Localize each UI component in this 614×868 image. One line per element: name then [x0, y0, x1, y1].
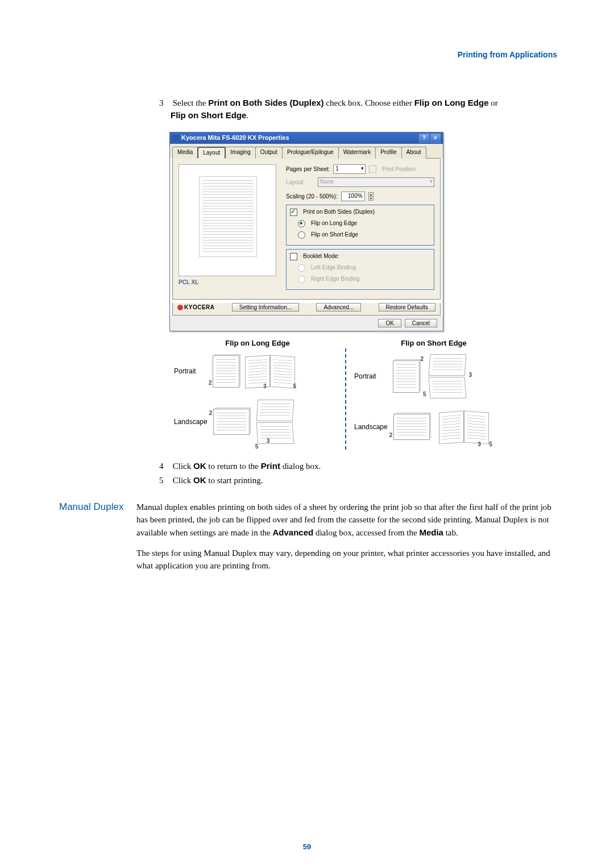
tab-profile[interactable]: Profile [375, 147, 401, 159]
page-number: 59 [0, 842, 614, 851]
md-bold-advanced: Advanced [273, 528, 314, 537]
left-binding-radio [298, 264, 305, 272]
scaling-input[interactable]: 100% [341, 192, 365, 201]
tab-prologue[interactable]: Prologue/Epilogue [282, 147, 339, 159]
fig-portrait-long-open: 3 5 [245, 354, 295, 388]
fig-label-landscape-long: Landscape [174, 417, 208, 427]
layout-select: None [318, 177, 434, 187]
fig-header-long: Flip on Long Edge [169, 338, 346, 348]
manual-duplex-body: Manual duplex enables printing on both s… [136, 501, 557, 572]
fig-landscape-long-open: 3 5 [255, 400, 295, 444]
md-p1b: dialog box, accessed from the [313, 528, 419, 537]
flip-long-label: Flip on Long Edge [311, 219, 357, 227]
step-4-a: Click [173, 462, 193, 471]
fig-label-landscape-short: Landscape [354, 422, 388, 432]
fig-label-portrait-short: Portrait [354, 372, 387, 381]
pages-per-sheet-select[interactable]: 1 [333, 164, 366, 174]
dialog-footer: KYOCERA Setting Information... Advanced.… [172, 303, 441, 315]
restore-defaults-button[interactable]: Restore Defaults [379, 303, 435, 312]
fig-header-short: Flip on Short Edge [346, 338, 522, 348]
dialog-title: Kyocera Mita FS-6020 KX Properties [181, 134, 418, 142]
pages-per-sheet-label: Pages per Sheet: [286, 165, 330, 173]
left-binding-label: Left Edge Binding [311, 264, 356, 272]
steps-4-5: 4 Click OK to return to the Print dialog… [159, 460, 557, 487]
fig-pgnum-3c: 3 [468, 371, 472, 379]
step-5-a: Click [173, 476, 193, 485]
step-5-num: 5 [159, 474, 171, 487]
fig-pgnum-5c: 5 [423, 391, 426, 398]
step-4-num: 4 [159, 460, 171, 473]
step-3-bold-short: Flip on Short Edge [171, 110, 246, 120]
step-3-bold-duplex: Print on Both Sides (Duplex) [208, 98, 323, 107]
ok-button[interactable]: OK [378, 319, 401, 327]
md-p2: The steps for using Manual Duplex may va… [136, 547, 557, 572]
fig-portrait-short-open: 3 5 [428, 354, 467, 398]
fig-landscape-long-stack: 2 [213, 409, 250, 435]
right-binding-radio [298, 276, 305, 283]
step-4-c: dialog box. [280, 462, 321, 471]
step-3-text-suffix: . [246, 111, 248, 120]
print-position-label: Print Position [382, 165, 416, 173]
scaling-label: Scaling (20 - 500%): [286, 193, 338, 201]
layout-label: Layout: [286, 178, 314, 186]
fig-pgnum-3b: 3 [267, 437, 270, 445]
kyocera-brand-text: KYOCERA [184, 304, 215, 312]
scaling-spinner[interactable]: ▴▾ [368, 192, 374, 201]
tab-watermark[interactable]: Watermark [338, 147, 376, 159]
spin-down-icon[interactable]: ▾ [369, 197, 373, 200]
close-button[interactable]: × [430, 134, 441, 143]
fig-pgnum-2a: 2 [209, 379, 212, 387]
step-3-bold-long: Flip on Long Edge [414, 98, 489, 107]
cancel-button[interactable]: Cancel [405, 319, 437, 327]
step-3-text-a: Select the [173, 98, 208, 107]
pcl-label: PCL XL [179, 279, 278, 286]
tab-imaging[interactable]: Imaging [225, 147, 256, 159]
step-4-ok: OK [193, 461, 206, 471]
tab-layout[interactable]: Layout [197, 147, 226, 159]
print-position-check [369, 165, 376, 173]
step-5-b: to start printing. [206, 476, 263, 485]
kyocera-logo: KYOCERA [177, 304, 215, 312]
layout-tab-body: PCL XL Pages per Sheet: 1 Print Position… [172, 158, 441, 300]
booklet-label: Booklet Mode: [303, 252, 339, 260]
fig-pgnum-2b: 2 [209, 409, 213, 417]
step-3-text-c: or [489, 98, 498, 107]
printer-icon [172, 135, 179, 142]
spin-up-icon[interactable]: ▴ [369, 193, 373, 197]
advanced-button[interactable]: Advanced... [316, 303, 361, 312]
duplex-label: Print on Both Sides (Duplex) [303, 208, 375, 216]
fig-landscape-short-stack: 2 [393, 414, 430, 440]
flip-short-radio[interactable] [298, 231, 305, 239]
step-3-text-b: check box. Choose either [324, 98, 414, 107]
tab-about[interactable]: About [401, 147, 426, 159]
dialog-okbar: OK Cancel [170, 315, 443, 331]
fig-pgnum-5b: 5 [255, 443, 259, 451]
flip-orientation-figure: Flip on Long Edge Flip on Short Edge Por… [169, 338, 522, 450]
print-preview [179, 164, 276, 276]
duplex-group: Print on Both Sides (Duplex) Flip on Lon… [286, 205, 434, 246]
help-button[interactable]: ? [419, 134, 429, 143]
fig-pgnum-2d: 2 [389, 431, 393, 439]
fig-pgnum-5d: 5 [489, 441, 492, 448]
header-section-link[interactable]: Printing from Applications [458, 50, 557, 59]
flip-short-label: Flip on Short Edge [311, 231, 358, 239]
fig-pgnum-3d: 3 [478, 441, 481, 448]
tab-strip: Media Layout Imaging Output Prologue/Epi… [170, 144, 443, 158]
booklet-checkbox[interactable] [290, 253, 297, 260]
setting-info-button[interactable]: Setting Information... [232, 303, 299, 312]
fig-pgnum-2c: 2 [420, 355, 424, 363]
tab-output[interactable]: Output [255, 147, 283, 159]
flip-long-radio[interactable] [298, 220, 305, 227]
right-binding-label: Right Edge Binding [311, 275, 360, 283]
fig-pgnum-5a: 5 [293, 383, 296, 391]
duplex-checkbox[interactable] [290, 209, 297, 216]
fig-divider [345, 348, 346, 450]
fig-portrait-long-stack: 2 [213, 355, 239, 388]
fig-landscape-short-open: 3 5 [439, 410, 489, 444]
md-p1c: tab. [443, 528, 458, 537]
section-manual-duplex-title: Manual Duplex [59, 501, 123, 513]
titlebar[interactable]: Kyocera Mita FS-6020 KX Properties ? × [170, 132, 443, 144]
tab-media[interactable]: Media [172, 147, 198, 159]
md-bold-media: Media [419, 528, 443, 537]
fig-pgnum-3a: 3 [263, 383, 267, 391]
